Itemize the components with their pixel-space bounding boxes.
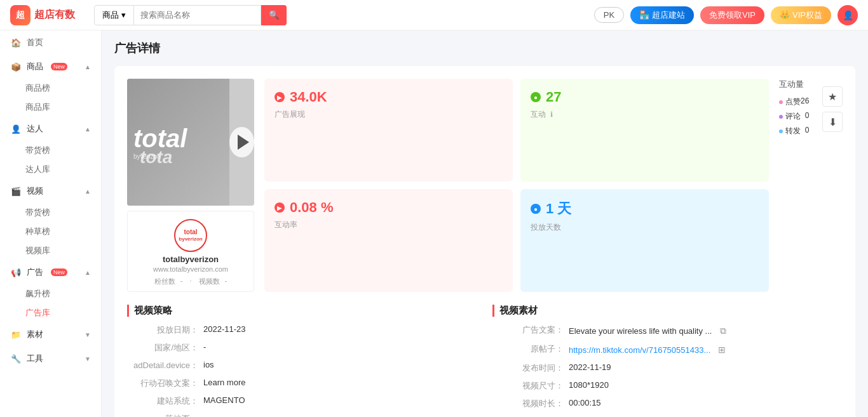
- vip1-button[interactable]: 免费领取VIP: [700, 6, 764, 24]
- vip2-button[interactable]: 👑 VIP权益: [771, 6, 831, 24]
- sidebar-item-goods[interactable]: 📦 商品 New ▲: [0, 55, 101, 79]
- sidebar-item-talent-library[interactable]: 达人库: [0, 160, 101, 179]
- strategy-device-row: adDetail.device： ios: [127, 360, 477, 371]
- sidebar-item-tool[interactable]: 🔧 工具 ▼: [0, 347, 101, 371]
- action-icons: ★ ⬇: [822, 86, 843, 132]
- talent-icon: 👤: [10, 123, 22, 135]
- strategy-cta-row: 行动召唤文案： Learn more: [127, 378, 477, 389]
- sidebar-item-video-feed[interactable]: 带货榜: [0, 203, 101, 222]
- strategy-region-row: 国家/地区： -: [127, 342, 477, 354]
- material-size-value: 1080*1920: [569, 380, 843, 390]
- brand-url: www.totalbyverizon.com: [153, 265, 228, 273]
- landing-link[interactable]: https://www.totalbyverizon.com/plans: [203, 415, 339, 418]
- search-type-button[interactable]: 商品 ▾: [94, 5, 134, 25]
- impressions-card: ▶ 34.0K 广告展现: [264, 79, 513, 182]
- strategy-cta-label: 行动召唤文案：: [127, 378, 203, 389]
- material-duration-row: 视频时长： 00:00:15: [492, 398, 843, 409]
- copy-adcopy-icon[interactable]: ⧉: [717, 324, 729, 337]
- logo: 超 超店有数: [10, 5, 86, 25]
- material-duration-value: 00:00:15: [569, 398, 843, 407]
- brand-logo: totalbyverizon: [174, 219, 207, 252]
- goods-icon: 📦: [10, 61, 22, 72]
- interactions-value: 27: [546, 89, 561, 105]
- chevron-up-icon3: ▲: [85, 188, 91, 195]
- stats-grid: ▶ 34.0K 广告展现 ● 27 互动 ℹ: [264, 79, 769, 292]
- material-publish-label: 发布时间：: [492, 362, 569, 374]
- brand-stats: 粉丝数 - · 视频数 -: [154, 277, 227, 286]
- chevron-up-icon2: ▲: [85, 126, 91, 133]
- sidebar-item-ad-feed[interactable]: 飙升榜: [0, 284, 101, 303]
- jianzhan-button[interactable]: 🏪 超店建站: [630, 6, 694, 24]
- store-icon: 🏪: [639, 10, 649, 20]
- material-copy-value: Elevate your wireless life with quality …: [569, 324, 843, 337]
- strategy-system-value: MAGENTO: [203, 395, 477, 405]
- main-layout: 🏠 首页 📦 商品 New ▲ 商品榜 商品库 👤 达人 ▲ 带货榜 达人库 🎬…: [0, 30, 868, 417]
- tool-icon: 🔧: [10, 353, 22, 364]
- ad-badge: New: [51, 268, 67, 276]
- sidebar-item-video-grass[interactable]: 种草榜: [0, 222, 101, 241]
- videos-value: -: [225, 277, 227, 286]
- star-button[interactable]: ★: [822, 86, 843, 107]
- qr-icon[interactable]: ⊞: [715, 343, 728, 356]
- pk-button[interactable]: PK: [594, 7, 624, 23]
- chevron-down-icon: ▾: [121, 10, 126, 20]
- crown-icon: 👑: [780, 10, 790, 20]
- rate-card: ▶ 0.08 % 互动率: [264, 189, 513, 292]
- download-button[interactable]: ⬇: [822, 112, 843, 132]
- original-link[interactable]: https://m.tiktok.com/v/716750551433...: [569, 345, 710, 355]
- sidebar-item-goods-feed[interactable]: 商品榜: [0, 79, 101, 98]
- fans-label: 粉丝数: [154, 277, 175, 286]
- likes-dot: [779, 100, 783, 104]
- material-original-row: 原帖子： https://m.tiktok.com/v/716750551433…: [492, 343, 843, 356]
- copy-landing-icon[interactable]: ⧉: [344, 413, 356, 417]
- material-original-label: 原帖子：: [492, 343, 569, 355]
- chevron-down-icon2: ▼: [85, 331, 91, 338]
- material-copy-label: 广告文案：: [492, 324, 569, 336]
- brand-card: totalbyverizon totalbyverizon www.totalb…: [127, 211, 254, 292]
- avatar[interactable]: 👤: [837, 5, 858, 25]
- interaction-title: 互动量: [779, 79, 809, 90]
- play-icon: [238, 135, 249, 150]
- material-copy-row: 广告文案： Elevate your wireless life with qu…: [492, 324, 843, 337]
- material-publish-value: 2022-11-19: [569, 362, 843, 372]
- video-material-block: 视频素材 广告文案： Elevate your wireless life wi…: [492, 305, 843, 417]
- ad-icon: 📢: [10, 267, 22, 278]
- video-material-title: 视频素材: [492, 305, 843, 317]
- sidebar-item-goods-library[interactable]: 商品库: [0, 98, 101, 117]
- likes-row: 点赞 26: [779, 96, 809, 107]
- material-publish-row: 发布时间： 2022-11-19: [492, 362, 843, 374]
- sidebar-item-home[interactable]: 🏠 首页: [0, 30, 101, 55]
- strategy-cta-value: Learn more: [203, 378, 477, 387]
- days-dot: ●: [531, 204, 541, 214]
- impressions-dot: ▶: [275, 92, 285, 102]
- video-icon: 🎬: [10, 185, 22, 197]
- sidebar-item-video[interactable]: 🎬 视频 ▲: [0, 179, 101, 203]
- play-button[interactable]: [229, 127, 254, 157]
- search-button[interactable]: 🔍: [261, 5, 287, 25]
- interaction-sidebar: 互动量 点赞 26 评论 0 转发 0: [779, 79, 843, 292]
- strategy-system-row: 建站系统： MAGENTO: [127, 395, 477, 407]
- impressions-label: 广告展现: [275, 109, 503, 120]
- comments-dot: [779, 115, 783, 119]
- comments-row: 评论 0: [779, 111, 809, 122]
- material-size-label: 视频尺寸：: [492, 380, 569, 392]
- sidebar-item-talent-feed[interactable]: 带货榜: [0, 141, 101, 160]
- strategy-date-value: 2022-11-23: [203, 324, 477, 334]
- sidebar-item-ad[interactable]: 📢 广告 New ▲: [0, 260, 101, 284]
- rate-label: 互动率: [275, 220, 503, 230]
- search-input[interactable]: [134, 5, 261, 25]
- strategy-device-value: ios: [203, 360, 477, 369]
- sidebar-item-material[interactable]: 📁 素材 ▼: [0, 322, 101, 347]
- sidebar-item-ad-library[interactable]: 广告库: [0, 303, 101, 322]
- video-bg: tota total byverizon: [127, 79, 229, 206]
- days-value: 1 天: [546, 199, 571, 218]
- strategy-landing-row: 落地页： https://www.totalbyverizon.com/plan…: [127, 413, 477, 417]
- sidebar-item-video-library[interactable]: 视频库: [0, 241, 101, 260]
- sidebar-item-talent[interactable]: 👤 达人 ▲: [0, 117, 101, 141]
- logo-icon: 超: [10, 5, 31, 25]
- fans-value: -: [180, 277, 183, 286]
- videos-label: 视频数: [199, 277, 220, 286]
- strategy-system-label: 建站系统：: [127, 395, 203, 407]
- home-icon: 🏠: [10, 37, 22, 48]
- interactions-card: ● 27 互动 ℹ: [520, 79, 769, 182]
